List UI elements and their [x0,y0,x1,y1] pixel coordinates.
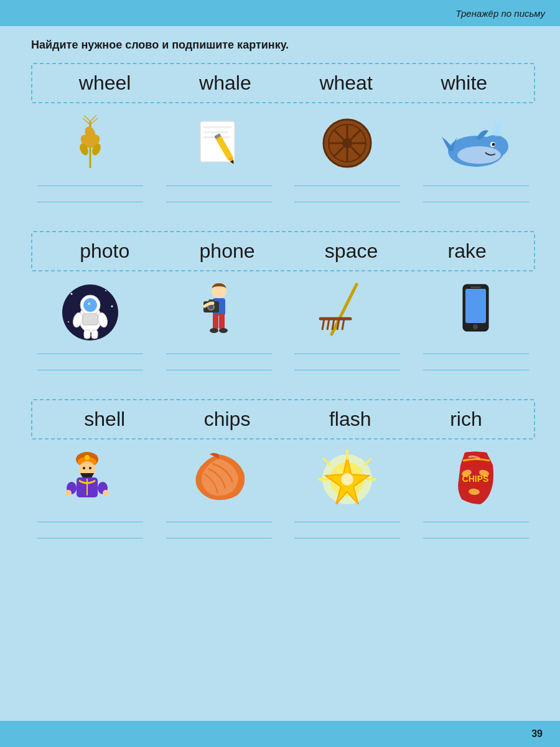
word-box-1: wheel whale wheat white [31,63,535,103]
write-lines-3c[interactable] [294,509,400,541]
word-rich: rich [450,408,482,431]
header-bar: Тренажёр по письму [0,0,560,26]
main-content: Найдите нужное слово и подпишите картинк… [0,26,560,580]
write-lines-1c[interactable] [294,172,400,205]
svg-point-42 [83,298,97,312]
section-2: photo phone space rake [31,231,535,385]
rich-image [50,449,131,509]
svg-point-39 [68,321,69,322]
image-cell-white [166,113,272,217]
word-shell: shell [84,408,125,431]
footer-bar: 39 [0,721,560,747]
svg-rect-69 [470,286,481,288]
section-3: shell chips flash rich [31,399,535,553]
svg-point-58 [219,328,228,333]
svg-rect-47 [91,330,98,339]
images-row-2 [31,281,535,385]
word-whale: whale [199,72,251,95]
write-lines-1b[interactable] [166,172,272,205]
svg-line-61 [322,319,324,330]
svg-rect-48 [83,314,98,325]
svg-point-57 [210,328,218,333]
whale-image [436,113,516,172]
svg-point-84 [341,473,353,486]
svg-rect-12 [203,131,228,133]
image-cell-shell [166,449,272,553]
image-cell-wheel [294,113,400,217]
write-lines-2c[interactable] [294,341,400,373]
write-lines-1d[interactable] [423,172,529,205]
rake-image [307,281,388,341]
white-image [179,113,259,172]
svg-point-75 [89,467,91,469]
word-phone: phone [200,240,255,263]
write-lines-2d[interactable] [423,341,529,373]
wheel-image [307,113,388,172]
flash-image [307,449,388,509]
write-lines-1a[interactable] [37,172,143,205]
svg-point-34 [492,131,502,136]
image-cell-photo [166,281,272,385]
shell-image [179,449,259,509]
word-chips: chips [204,408,251,431]
image-cell-rake [294,281,400,385]
word-wheel: wheel [79,72,131,95]
write-lines-3a[interactable] [37,509,143,541]
svg-rect-55 [213,314,218,329]
svg-point-68 [473,324,478,329]
svg-point-20 [342,138,352,148]
word-box-2: photo phone space rake [31,231,535,271]
svg-point-31 [457,146,501,164]
svg-rect-11 [203,126,231,128]
image-cell-wheat [37,113,143,217]
svg-line-62 [327,319,329,330]
header-title: Тренажёр по письму [455,8,545,19]
image-cell-space [37,281,143,385]
svg-point-80 [103,490,109,496]
svg-point-33 [492,143,495,146]
image-cell-phone [423,281,529,385]
image-cell-rich [37,449,143,553]
chips-image: CHIPS [436,449,516,509]
write-lines-2b[interactable] [166,341,272,373]
word-white: white [441,72,487,95]
astronaut-image [50,281,131,341]
svg-rect-56 [219,314,225,329]
phone-image [436,281,516,341]
svg-rect-67 [465,289,486,323]
word-flash: flash [329,408,371,431]
page-number: 39 [531,728,543,740]
instruction: Найдите нужное слово и подпишите картинк… [31,39,535,52]
images-row-1 [31,113,535,217]
svg-line-65 [342,319,344,330]
svg-point-79 [65,490,72,496]
write-lines-3d[interactable] [423,509,529,541]
svg-line-89 [324,459,330,465]
word-space: space [325,240,378,263]
word-rake: rake [448,240,487,263]
svg-point-74 [83,467,85,469]
photographer-image [179,281,259,341]
write-lines-3b[interactable] [166,509,272,541]
svg-point-43 [88,303,90,305]
word-box-3: shell chips flash rich [31,399,535,439]
write-lines-2a[interactable] [37,341,143,373]
svg-line-59 [332,284,357,334]
word-photo: photo [80,240,129,263]
svg-point-38 [111,306,113,308]
images-row-3: CHIPS [31,449,535,553]
svg-line-86 [365,459,371,465]
svg-point-36 [71,293,73,295]
image-cell-whale [423,113,529,217]
svg-point-72 [85,455,90,460]
svg-point-37 [105,290,106,291]
word-wheat: wheat [319,72,372,95]
image-cell-chips: CHIPS [423,449,529,553]
section-1: wheel whale wheat white [31,63,535,217]
image-cell-flash [294,449,400,553]
svg-rect-46 [84,330,90,339]
svg-line-8 [83,118,90,125]
svg-line-9 [90,118,98,125]
wheat-image [50,113,131,172]
